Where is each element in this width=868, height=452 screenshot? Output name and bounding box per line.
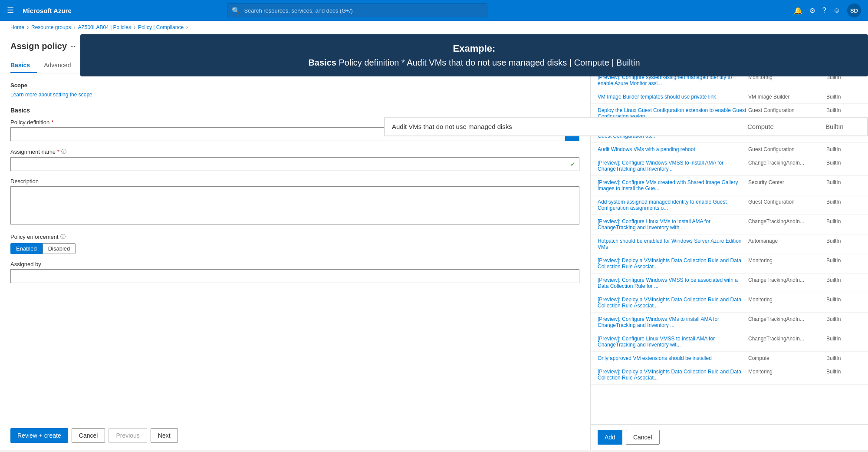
tab-basics[interactable]: Basics <box>10 58 37 73</box>
assignment-name-label: Assignment name * ⓘ <box>10 148 579 155</box>
scope-label: Scope <box>10 82 579 89</box>
definition-row[interactable]: Only approved VM extensions should be in… <box>591 352 868 365</box>
assigned-by-input[interactable]: Serling Davis <box>10 269 579 283</box>
def-row-name: Hotpatch should be enabled for Windows S… <box>598 238 748 250</box>
definition-row[interactable]: [Preview]: Deploy a VMInsights Data Coll… <box>591 365 868 385</box>
help-icon[interactable]: ? <box>822 7 826 14</box>
assigned-by-group: Assigned by Serling Davis <box>10 261 579 283</box>
example-title: Example: <box>98 43 851 54</box>
def-row-type: BuiltIn <box>826 355 861 361</box>
cancel-definition-button[interactable]: Cancel <box>626 430 660 445</box>
assignment-name-input-wrapper: Audit VMs that do not use managed disks … <box>10 157 579 171</box>
def-row-category: Monitoring <box>748 257 826 270</box>
definition-row[interactable]: [Preview]: Configure Windows VMs to inst… <box>591 313 868 332</box>
info-icon-enforcement[interactable]: ⓘ <box>60 233 66 241</box>
def-row-category: Monitoring <box>748 369 826 381</box>
breadcrumb-home[interactable]: Home <box>10 24 24 30</box>
def-row-name: VM Image Builder templates should use pr… <box>598 94 748 100</box>
main-content: Assign policy ··· Basics Advanced Parame… <box>0 34 868 450</box>
def-row-name: [Preview]: Deploy a VMInsights Data Coll… <box>598 297 748 309</box>
notifications-icon[interactable]: 🔔 <box>794 7 802 15</box>
scope-section: Scope Learn more about setting the scope <box>10 82 579 98</box>
def-row-category: VM Image Builder <box>748 94 826 100</box>
def-row-name: [Preview]: Configure Windows VMs to inst… <box>598 316 748 328</box>
required-asterisk: * <box>51 119 53 125</box>
description-textarea[interactable] <box>10 186 579 224</box>
definitions-table: CATEGORY TYPE [Preview]: Configure syste… <box>591 57 868 424</box>
def-row-type: BuiltIn <box>826 160 861 172</box>
breadcrumb-resource-groups[interactable]: Resource groups <box>31 24 71 30</box>
definition-row[interactable]: [Preview]: Deploy a VMInsights Data Coll… <box>591 293 868 313</box>
definition-row[interactable]: Audit Windows VMs with a pending reboot … <box>591 143 868 156</box>
assignment-name-input[interactable]: Audit VMs that do not use managed disks <box>11 161 567 168</box>
def-row-category: Guest Configuration <box>748 146 826 152</box>
definition-row[interactable]: Add system-assigned managed identity to … <box>591 195 868 215</box>
def-row-category: ChangeTrackingAndIn... <box>748 316 826 328</box>
right-panel: Available Definitions ✕ CATEGORY TYPE [P… <box>590 34 868 450</box>
basics-title: Basics <box>10 107 579 114</box>
def-row-type: BuiltIn <box>826 94 861 100</box>
settings-icon[interactable]: ⚙ <box>809 7 815 15</box>
def-row-name: Add system-assigned managed identity to … <box>598 199 748 211</box>
hamburger-menu[interactable]: ☰ <box>7 6 14 15</box>
scope-link[interactable]: Learn more about setting the scope <box>10 92 92 98</box>
def-row-type: BuiltIn <box>826 316 861 328</box>
search-bar[interactable]: 🔍 <box>227 3 487 17</box>
def-row-category: ChangeTrackingAndIn... <box>748 160 826 172</box>
user-avatar[interactable]: SD <box>847 3 861 17</box>
breadcrumb-compliance[interactable]: Policy | Compliance <box>138 24 184 30</box>
tab-advanced[interactable]: Advanced <box>37 58 78 73</box>
next-button[interactable]: Next <box>151 428 178 443</box>
def-row-category: ChangeTrackingAndIn... <box>748 218 826 231</box>
def-row-name: [Preview]: Deploy a VMInsights Data Coll… <box>598 369 748 381</box>
previous-button[interactable]: Previous <box>108 428 147 443</box>
definition-row[interactable]: [Preview]: Configure Windows VMSS to ins… <box>591 156 868 176</box>
definition-row[interactable]: Hotpatch should be enabled for Windows S… <box>591 234 868 254</box>
example-subtitle: Basics Policy definition * Audit VMs tha… <box>98 58 851 68</box>
enforcement-disabled-button[interactable]: Disabled <box>43 243 76 254</box>
definition-row[interactable]: [Preview]: Configure Linux VMs to instal… <box>591 215 868 234</box>
left-panel: Assign policy ··· Basics Advanced Parame… <box>0 34 590 450</box>
search-icon: 🔍 <box>232 7 240 15</box>
review-create-button[interactable]: Review + create <box>10 428 68 443</box>
def-row-type: BuiltIn <box>826 336 861 348</box>
description-group: Description <box>10 178 579 226</box>
breadcrumb-policies[interactable]: AZ500LAB04 | Policies <box>78 24 131 30</box>
policy-enforcement-label: Policy enforcement ⓘ <box>10 233 579 241</box>
assignment-check-icon: ✓ <box>567 161 579 168</box>
enforcement-enabled-button[interactable]: Enabled <box>10 243 43 254</box>
required-asterisk-2: * <box>57 148 59 155</box>
example-subtitle-rest: Policy definition * Audit VMs that do no… <box>339 58 640 67</box>
def-row-name: [Preview]: Deploy a VMInsights Data Coll… <box>598 257 748 270</box>
assignment-name-group: Assignment name * ⓘ Audit VMs that do no… <box>10 148 579 171</box>
info-icon-assignment[interactable]: ⓘ <box>61 148 66 155</box>
def-row-type: BuiltIn <box>826 218 861 231</box>
cancel-button[interactable]: Cancel <box>72 428 105 443</box>
definition-row[interactable]: [Preview]: Configure Windows VMSS to be … <box>591 274 868 293</box>
definition-row[interactable]: [Preview]: Configure VMs created with Sh… <box>591 176 868 195</box>
add-definition-button[interactable]: Add <box>598 430 622 445</box>
app-title: Microsoft Azure <box>23 7 72 14</box>
breadcrumb: Home › Resource groups › AZ500LAB04 | Po… <box>0 21 868 34</box>
breadcrumb-sep-3: › <box>134 24 135 30</box>
search-input[interactable] <box>244 7 483 14</box>
breadcrumb-sep-1: › <box>27 24 29 30</box>
definition-row[interactable]: VM Image Builder templates should use pr… <box>591 90 868 104</box>
example-banner: Example: Basics Policy definition * Audi… <box>80 34 868 76</box>
def-row-category: ChangeTrackingAndIn... <box>748 336 826 348</box>
feedback-icon[interactable]: ☺ <box>833 7 840 14</box>
nav-icons: 🔔 ⚙ ? ☺ SD <box>794 3 861 17</box>
description-label: Description <box>10 178 579 185</box>
def-row-category: Monitoring <box>748 297 826 309</box>
def-row-category: Guest Configuration <box>748 199 826 211</box>
more-options-icon[interactable]: ··· <box>70 43 76 50</box>
def-row-name: [Preview]: Configure Windows VMSS to be … <box>598 277 748 289</box>
def-row-name: [Preview]: Configure Linux VMSS to insta… <box>598 336 748 348</box>
definition-row[interactable]: [Preview]: Deploy a VMInsights Data Coll… <box>591 254 868 274</box>
def-row-category: Security Center <box>748 179 826 191</box>
breadcrumb-sep-4: › <box>186 24 188 30</box>
def-row-type: BuiltIn <box>826 179 861 191</box>
definition-row[interactable]: [Preview]: Configure Linux VMSS to insta… <box>591 332 868 352</box>
assigned-by-label: Assigned by <box>10 261 579 267</box>
highlighted-definition-row: Audit VMs that do not use managed disks … <box>384 117 868 136</box>
